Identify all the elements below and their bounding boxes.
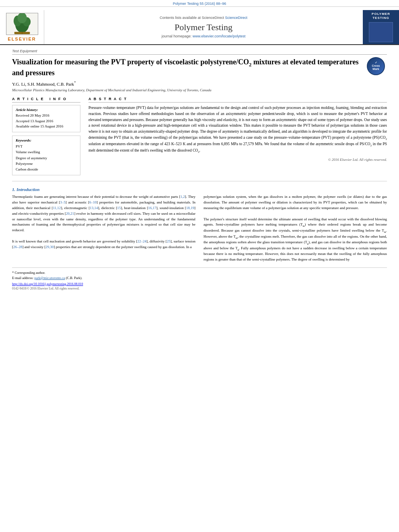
article-history-box: Article history: Received 20 May 2016 Ac… xyxy=(12,105,80,132)
elsevier-label-text: ELSEVIER xyxy=(8,37,36,41)
abstract-text: Pressure–volume–temperature (PVT) data f… xyxy=(88,105,387,154)
crossmark-circle: ✓CrossMark xyxy=(367,57,385,75)
ref-11-12[interactable]: 11,12 xyxy=(53,206,61,210)
crossmark-text: ✓CrossMark xyxy=(372,61,380,71)
intro-title: 1. Introduction xyxy=(12,187,195,192)
ref-25[interactable]: 25 xyxy=(167,239,171,243)
received-date: Received 20 May 2016 xyxy=(16,113,77,119)
elsevier-logo: ELSEVIER xyxy=(0,10,44,44)
science-direct-link[interactable]: ScienceDirect xyxy=(225,16,248,20)
ref-15[interactable]: 15 xyxy=(117,206,121,210)
keyword-carbon: Carbon dioxide xyxy=(16,166,77,172)
abstract-label: A B S T R A C T xyxy=(88,97,387,103)
keywords-label: Keywords: xyxy=(16,138,77,142)
elsevier-tree-image xyxy=(6,13,38,35)
article-body: Test Equipment Visualization for measuri… xyxy=(0,45,399,294)
homepage-url[interactable]: www.elsevier.com/locate/polytest xyxy=(193,34,246,38)
ref-13-14[interactable]: 13,14 xyxy=(90,206,98,210)
article-info-abstract: A R T I C L E I N F O Article history: R… xyxy=(12,97,387,175)
ref-18-19[interactable]: 18,19 xyxy=(186,206,194,210)
intro-left-text: Thermoplastic foams are generating inter… xyxy=(12,194,195,250)
intro-right-text: polymer/gas solution system, when the ga… xyxy=(204,194,387,263)
doi-link[interactable]: http://dx.doi.org/10.1016/j.polymertesti… xyxy=(12,282,83,286)
crossmark-badge: ✓CrossMark xyxy=(367,57,387,77)
accepted-date: Accepted 13 August 2016 xyxy=(16,119,77,124)
history-label: Article history: xyxy=(16,108,77,112)
corresponding-author: * Corresponding author. xyxy=(12,270,387,275)
ref-3-5[interactable]: 3–5 xyxy=(60,200,66,204)
issn-line: 0142-9418/© 2016 Elsevier Ltd. All right… xyxy=(12,287,387,290)
email-line: E-mail address: park@mie.utoronto.ca (C.… xyxy=(12,275,387,281)
intro-left-col: 1. Introduction Thermoplastic foams are … xyxy=(12,187,195,263)
badge-image xyxy=(369,22,393,42)
ref-22-24[interactable]: 22–24 xyxy=(138,239,147,243)
science-direct-text: Contents lists available at ScienceDirec… xyxy=(160,16,247,20)
authors-text: Y.G. Li, S.H. Mahmood, C.B. Park* xyxy=(12,82,76,86)
keywords-box: Keywords: PVT Volume swelling Degree of … xyxy=(12,136,80,175)
available-date: Available online 15 August 2016 xyxy=(16,124,77,129)
intro-right-col: polymer/gas solution system, when the ga… xyxy=(204,187,387,263)
article-title: Visualization for measuring the PVT prop… xyxy=(12,57,387,78)
badge-title-text: POLYMER TESTING xyxy=(365,12,397,21)
article-title-text: Visualization for measuring the PVT prop… xyxy=(12,58,359,77)
article-info-label: A R T I C L E I N F O xyxy=(12,97,80,103)
ref-20-21[interactable]: 20,21 xyxy=(66,212,74,216)
doi-line: http://dx.doi.org/10.1016/j.polymertesti… xyxy=(12,282,387,286)
ref-29-30[interactable]: 29,30 xyxy=(45,245,53,249)
left-column: A R T I C L E I N F O Article history: R… xyxy=(12,97,80,175)
journal-header: ELSEVIER Contents lists available at Sci… xyxy=(0,7,399,45)
keyword-polystyrene: Polystyrene xyxy=(16,161,77,166)
ref-16-17[interactable]: 16,17 xyxy=(148,206,156,210)
section-tag: Test Equipment xyxy=(12,49,387,55)
journal-homepage: journal homepage: www.elsevier.com/locat… xyxy=(162,34,246,38)
introduction-section: 1. Introduction Thermoplastic foams are … xyxy=(12,187,387,263)
copyright-text: © 2016 Elsevier Ltd. All rights reserved… xyxy=(88,158,387,162)
right-column: A B S T R A C T Pressure–volume–temperat… xyxy=(88,97,387,175)
email-link[interactable]: park@mie.utoronto.ca xyxy=(34,276,65,280)
affiliation: Microcellular Plastics Manufacturing Lab… xyxy=(12,88,387,92)
keyword-pvt: PVT xyxy=(16,144,77,149)
journal-center-info: Contents lists available at ScienceDirec… xyxy=(44,10,363,44)
ref-1-2[interactable]: 1,2 xyxy=(180,195,185,199)
journal-bar-text: Polymer Testing 55 (2016) 88–96 xyxy=(173,2,226,6)
authors: Y.G. Li, S.H. Mahmood, C.B. Park* xyxy=(12,81,387,87)
keyword-volume: Volume swelling xyxy=(16,149,77,155)
journal-bar: Polymer Testing 55 (2016) 88–96 xyxy=(0,0,399,7)
keyword-asymmetry: Degree of asymmetry xyxy=(16,155,77,161)
section-divider xyxy=(12,181,387,181)
ref-6-10[interactable]: 6–10 xyxy=(89,200,97,204)
ref-26-28[interactable]: 26–28 xyxy=(13,245,23,249)
journal-badge: POLYMER TESTING xyxy=(363,10,399,44)
journal-title: Polymer Testing xyxy=(175,22,232,33)
footnote-area: * Corresponding author. E-mail address: … xyxy=(12,267,387,290)
